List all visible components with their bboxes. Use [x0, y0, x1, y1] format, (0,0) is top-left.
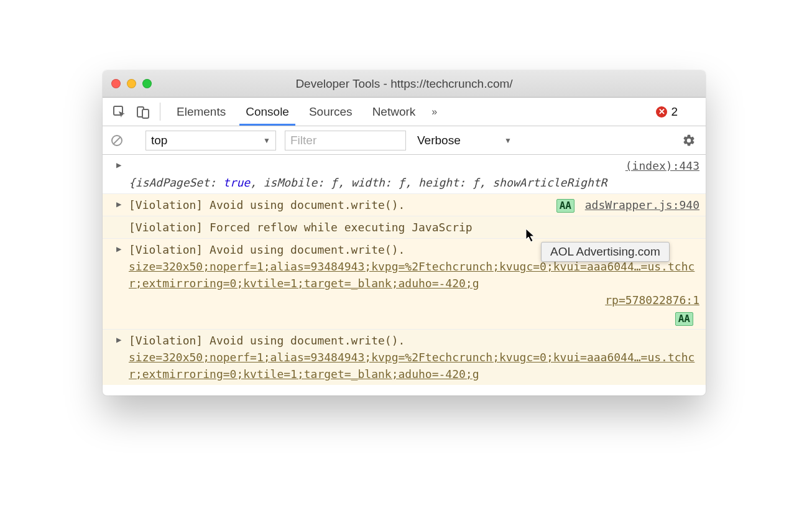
console-row[interactable]: ▶ [Violation] Avoid using document.write…	[103, 329, 706, 385]
violation-text: [Violation] Forced reflow while executin…	[116, 219, 699, 236]
error-counter[interactable]: ✕ 2	[656, 98, 699, 126]
violation-text: [Violation] Avoid using document.write()…	[116, 198, 405, 211]
disclosure-triangle-icon[interactable]: ▶	[116, 333, 121, 346]
log-level-select[interactable]: Verbose ▼	[415, 131, 514, 150]
console-row[interactable]: (index):443 ▶ {isAdPageSet: true, isMobi…	[103, 155, 706, 193]
titlebar: Developer Tools - https://techcrunch.com…	[103, 70, 706, 98]
console-body: (index):443 ▶ {isAdPageSet: true, isMobi…	[103, 155, 706, 395]
tabs-overflow[interactable]: »	[425, 106, 443, 118]
window-title: Developer Tools - https://techcrunch.com…	[103, 77, 706, 91]
inspect-element-icon[interactable]	[109, 98, 130, 126]
close-button[interactable]	[111, 79, 121, 88]
error-icon: ✕	[656, 106, 667, 118]
tab-console[interactable]: Console	[236, 98, 299, 126]
source-url[interactable]: size=320x50;noperf=1;alias=93484943;kvpg…	[116, 349, 699, 382]
tab-elements[interactable]: Elements	[167, 98, 236, 126]
chevron-down-icon: ▼	[263, 136, 270, 145]
thirdparty-badge[interactable]: AA	[556, 199, 574, 213]
thirdparty-badge[interactable]: AA	[675, 312, 693, 326]
error-count: 2	[671, 105, 678, 119]
console-toolbar: top ▼ Verbose ▼	[103, 126, 706, 155]
tab-network[interactable]: Network	[362, 98, 426, 126]
disclosure-triangle-icon[interactable]: ▶	[116, 159, 121, 172]
tab-sources[interactable]: Sources	[299, 98, 362, 126]
console-row[interactable]: ▶ [Violation] Avoid using document.write…	[103, 193, 706, 216]
violation-text: [Violation] Avoid using document.write()…	[116, 332, 699, 349]
svg-rect-2	[142, 109, 149, 118]
filter-input[interactable]	[285, 131, 406, 150]
maximize-button[interactable]	[142, 79, 152, 88]
chevron-down-icon: ▼	[504, 136, 512, 145]
svg-line-4	[113, 137, 121, 144]
disclosure-triangle-icon[interactable]: ▶	[116, 198, 121, 211]
source-link[interactable]: adsWrapper.js:940	[585, 198, 699, 211]
console-object[interactable]: {isAdPageSet: true, isMobile: ƒ, width: …	[116, 174, 699, 191]
devtools-window: Developer Tools - https://techcrunch.com…	[103, 70, 706, 395]
traffic-lights	[111, 79, 152, 88]
log-level-value: Verbose	[417, 134, 461, 147]
source-url[interactable]: size=320x50;noperf=1;alias=93484943;kvpg…	[116, 258, 699, 292]
clear-console-icon[interactable]	[109, 132, 125, 149]
violation-text: [Violation] Avoid using document.write()…	[116, 241, 699, 258]
source-url-tail[interactable]: rp=578022876:1	[116, 292, 699, 308]
tool-icons	[109, 98, 154, 126]
context-value: top	[151, 134, 167, 147]
console-row[interactable]: [Violation] Forced reflow while executin…	[103, 216, 706, 238]
tabs-list: Elements Console Sources Network »	[167, 98, 443, 126]
console-row[interactable]: ▶ [Violation] Avoid using document.write…	[103, 238, 706, 329]
minimize-button[interactable]	[127, 79, 136, 88]
device-toolbar-icon[interactable]	[132, 98, 154, 126]
separator	[160, 103, 160, 121]
source-link[interactable]: (index):443	[625, 157, 699, 174]
context-select[interactable]: top ▼	[145, 131, 276, 150]
disclosure-triangle-icon[interactable]: ▶	[116, 242, 121, 256]
tabs-row: Elements Console Sources Network » ✕ 2	[103, 98, 706, 126]
settings-icon[interactable]	[682, 134, 699, 147]
